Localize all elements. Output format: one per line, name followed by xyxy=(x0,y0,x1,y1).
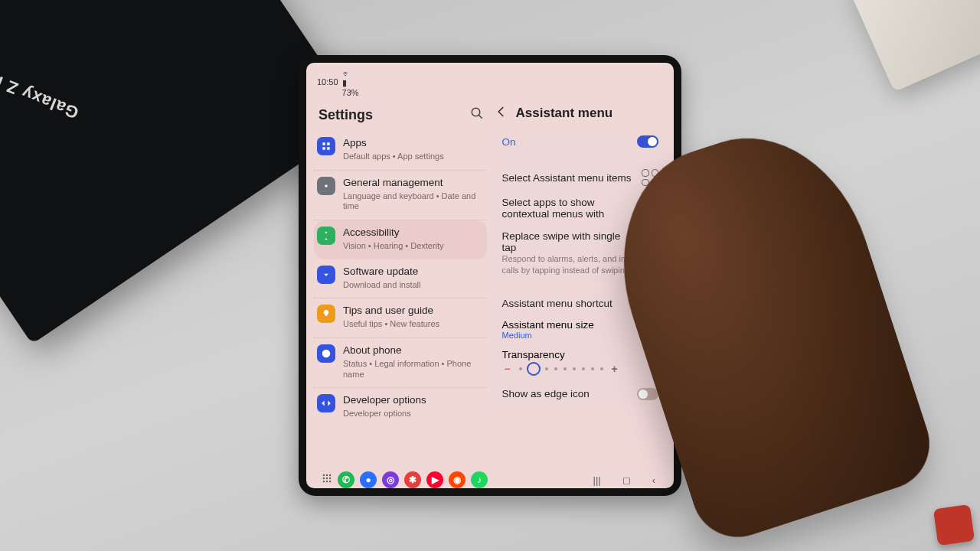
select-apps-label: Select apps to show contextual menus wit… xyxy=(502,197,640,220)
signal-icon: ▮ xyxy=(342,78,662,88)
svg-rect-4 xyxy=(322,147,325,150)
svg-rect-5 xyxy=(327,147,330,150)
sidebar-item-sub: Vision • Hearing • Dexterity xyxy=(343,241,444,252)
edge-toggle[interactable] xyxy=(637,388,658,400)
sidebar-item-label: Tips and user guide xyxy=(343,305,439,318)
dock-app-messages[interactable]: ● xyxy=(360,471,377,488)
shortcut-toggle[interactable] xyxy=(637,298,658,310)
page-title: Settings xyxy=(318,107,373,123)
product-box-label: Galaxy Z Fold6 xyxy=(0,55,81,122)
screen: 10:50 ᯤ ▮ 73% Settings Apps xyxy=(306,63,674,488)
back-button[interactable] xyxy=(495,105,508,122)
svg-point-11 xyxy=(323,474,325,476)
nav-recents[interactable]: ||| xyxy=(593,474,601,486)
shortcut-row[interactable]: Assistant menu shortcut xyxy=(502,298,658,310)
sidebar-item-developer-options[interactable]: Developer options Developer options xyxy=(314,388,487,427)
battery-text: 73% xyxy=(342,88,662,97)
transparency-row: Transparency − + xyxy=(502,349,658,379)
svg-point-18 xyxy=(326,481,328,482)
sidebar-item-sub: Default apps • App settings xyxy=(343,152,444,162)
channel-watermark xyxy=(933,504,975,546)
svg-point-14 xyxy=(323,478,325,479)
settings-gear-icon xyxy=(317,177,335,195)
select-items-label: Select Assistant menu items xyxy=(502,172,632,184)
detail-title: Assistant menu xyxy=(516,106,613,121)
sidebar-item-label: General management xyxy=(343,177,482,190)
dock-app-youtube[interactable]: ▶ xyxy=(426,471,443,488)
wifi-icon: ᯤ xyxy=(342,69,662,78)
sidebar-item-sub: Download and install xyxy=(343,280,421,291)
sidebar-item-label: Accessibility xyxy=(343,227,444,240)
settings-master-panel: Settings Apps Default apps • App setting… xyxy=(306,99,490,468)
sidebar-item-accessibility[interactable]: Accessibility Vision • Hearing • Dexteri… xyxy=(314,220,487,259)
master-toggle[interactable] xyxy=(637,135,658,148)
sidebar-item-apps[interactable]: Apps Default apps • App settings xyxy=(314,131,487,171)
master-toggle-card: On xyxy=(493,128,668,155)
status-time: 10:50 xyxy=(317,77,338,86)
svg-rect-3 xyxy=(327,142,330,145)
select-items-row[interactable]: Select Assistant menu items xyxy=(502,169,658,186)
lightbulb-icon xyxy=(317,305,335,323)
slider-thumb[interactable] xyxy=(527,362,541,376)
dock-app-reddit[interactable]: ◉ xyxy=(449,471,466,488)
assistant-floating-icon[interactable] xyxy=(642,169,658,186)
sidebar-item-label: About phone xyxy=(343,344,482,357)
dock-app-spotify[interactable]: ♪ xyxy=(471,471,488,488)
replace-swipe-label: Replace swipe with single tap xyxy=(502,230,632,253)
size-label: Assistant menu size xyxy=(502,319,658,331)
sidebar-item-about-phone[interactable]: About phone Status • Legal information •… xyxy=(314,338,487,388)
transparency-slider[interactable]: − + xyxy=(502,360,658,379)
code-icon xyxy=(317,394,335,412)
svg-point-17 xyxy=(323,481,325,482)
accessibility-icon xyxy=(317,227,335,245)
slider-plus[interactable]: + xyxy=(609,363,620,375)
edge-row[interactable]: Show as edge icon xyxy=(502,388,658,400)
soft-nav: ||| ◻ ‹ xyxy=(593,474,666,486)
sidebar-item-sub: Useful tips • New features xyxy=(343,319,439,330)
sidebar-item-sub: Language and keyboard • Date and time xyxy=(343,191,482,213)
sidebar-item-sub: Status • Legal information • Phone name xyxy=(343,359,482,380)
replace-swipe-row[interactable]: Replace swipe with single tap Respond to… xyxy=(502,230,658,276)
svg-line-1 xyxy=(479,115,482,119)
svg-point-15 xyxy=(326,478,328,479)
search-icon[interactable] xyxy=(470,106,484,123)
dock-app-phone[interactable]: ✆ xyxy=(338,471,354,488)
status-bar: 10:50 ᯤ ▮ 73% xyxy=(306,63,674,99)
apps-icon xyxy=(317,137,335,155)
svg-point-16 xyxy=(329,478,331,479)
taskbar: ✆ ● ◎ ✱ ▶ ◉ ♪ ||| ◻ ‹ xyxy=(306,468,674,488)
info-icon xyxy=(317,344,335,363)
size-value: Medium xyxy=(502,331,658,340)
sidebar-item-label: Apps xyxy=(343,137,444,150)
settings-detail-panel: Assistant menu On Select Assistant menu … xyxy=(490,99,674,468)
download-icon xyxy=(317,266,335,284)
select-apps-row[interactable]: Select apps to show contextual menus wit… xyxy=(502,197,658,220)
status-right: ᯤ ▮ 73% xyxy=(338,66,666,97)
master-toggle-label: On xyxy=(502,136,516,148)
size-row[interactable]: Assistant menu size Medium xyxy=(502,319,658,340)
dock-app-browser[interactable]: ◎ xyxy=(382,471,399,488)
svg-point-13 xyxy=(329,474,331,476)
shortcut-label: Assistant menu shortcut xyxy=(502,298,612,309)
svg-point-6 xyxy=(325,184,328,187)
edge-label: Show as edge icon xyxy=(502,388,590,399)
slider-minus[interactable]: − xyxy=(502,363,513,375)
transparency-label: Transparency xyxy=(502,349,658,360)
dock-app-gallery[interactable]: ✱ xyxy=(404,471,421,488)
tablet-device: 10:50 ᯤ ▮ 73% Settings Apps xyxy=(299,55,681,496)
nav-back[interactable]: ‹ xyxy=(652,474,655,486)
svg-point-19 xyxy=(329,481,331,482)
svg-point-7 xyxy=(325,232,327,233)
app-drawer-icon[interactable] xyxy=(322,473,332,487)
sidebar-item-sub: Developer options xyxy=(343,409,426,419)
replace-swipe-desc: Respond to alarms, alerts, and incoming … xyxy=(502,253,658,276)
sidebar-item-tips[interactable]: Tips and user guide Useful tips • New fe… xyxy=(314,298,487,338)
svg-point-8 xyxy=(322,350,331,358)
sidebar-item-label: Developer options xyxy=(343,394,426,407)
sidebar-item-label: Software update xyxy=(343,266,421,279)
sidebar-item-general-management[interactable]: General management Language and keyboard… xyxy=(314,171,487,220)
sidebar-item-software-update[interactable]: Software update Download and install xyxy=(314,259,487,299)
svg-rect-2 xyxy=(322,142,325,145)
svg-point-12 xyxy=(326,474,328,476)
nav-home[interactable]: ◻ xyxy=(622,474,631,486)
